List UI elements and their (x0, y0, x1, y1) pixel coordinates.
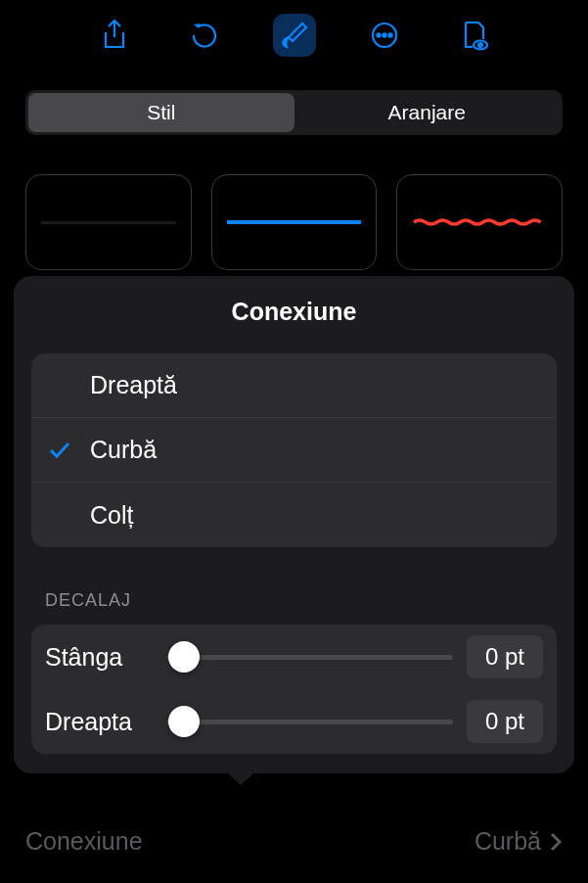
format-button[interactable] (273, 14, 316, 57)
share-button[interactable] (93, 14, 136, 57)
svg-point-1 (377, 33, 380, 36)
toolbar (0, 0, 588, 70)
brush-icon (279, 20, 310, 51)
tab-style[interactable]: Stil (28, 93, 294, 132)
ellipsis-circle-icon (370, 21, 399, 50)
checkmark-icon (47, 438, 72, 463)
line-style-red-rough[interactable] (396, 174, 563, 270)
option-straight[interactable]: Dreaptă (31, 353, 557, 418)
slider-left-value[interactable]: 0 pt (467, 635, 543, 678)
line-style-presets (25, 174, 563, 270)
option-label: Colț (90, 501, 133, 530)
line-preview (227, 220, 361, 224)
slider-right[interactable] (166, 720, 453, 724)
check-slot (47, 438, 90, 463)
tab-style-label: Stil (147, 101, 175, 124)
share-icon (102, 20, 127, 51)
more-button[interactable] (363, 14, 406, 57)
document-eye-icon (461, 20, 488, 51)
undo-button[interactable] (183, 14, 226, 57)
offset-sliders: Stânga 0 pt Dreapta 0 pt (31, 625, 557, 754)
format-tabs: Stil Aranjare (25, 90, 563, 135)
document-button[interactable] (453, 14, 496, 57)
chevron-right-icon (549, 831, 563, 853)
connection-row-label: Conexiune (25, 827, 143, 856)
slider-right-value[interactable]: 0 pt (467, 700, 543, 743)
slider-thumb[interactable] (168, 641, 200, 673)
connection-options: Dreaptă Curbă Colț (31, 353, 557, 547)
option-corner[interactable]: Colț (31, 483, 557, 547)
svg-point-5 (478, 43, 482, 47)
connection-row-value-wrap: Curbă (475, 827, 563, 856)
slider-left[interactable] (166, 655, 453, 660)
slider-right-label: Dreapta (45, 708, 153, 736)
slider-row-left: Stânga 0 pt (45, 625, 543, 689)
decalaj-header: DECALAJ (45, 590, 553, 611)
connection-row[interactable]: Conexiune Curbă (25, 827, 563, 856)
option-label: Dreaptă (90, 371, 177, 399)
connection-row-value: Curbă (475, 827, 541, 856)
line-preview (412, 217, 546, 227)
line-preview (41, 221, 175, 224)
tab-arrange-label: Aranjare (388, 101, 466, 124)
svg-point-3 (388, 33, 391, 36)
option-curve[interactable]: Curbă (31, 418, 557, 483)
slider-thumb[interactable] (168, 706, 200, 737)
svg-point-2 (383, 33, 385, 36)
tab-arrange[interactable]: Aranjare (294, 93, 561, 132)
slider-row-right: Dreapta 0 pt (45, 689, 543, 754)
connection-popover: Conexiune Dreaptă Curbă Colț DECALAJ Stâ… (14, 276, 574, 773)
popover-title: Conexiune (31, 298, 557, 326)
line-style-black[interactable] (25, 174, 192, 270)
slider-left-label: Stânga (45, 643, 153, 672)
undo-icon (190, 21, 219, 50)
option-label: Curbă (90, 436, 157, 464)
line-style-blue[interactable] (211, 174, 378, 270)
